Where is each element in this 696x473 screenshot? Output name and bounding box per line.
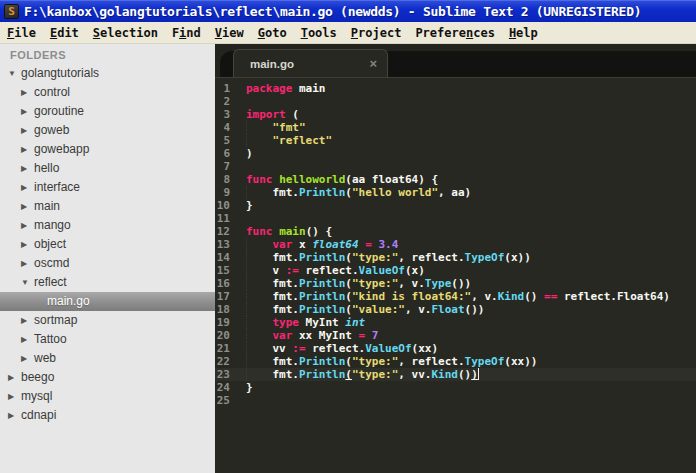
menu-item-preferences[interactable]: Preferences [408,22,502,44]
code-token: float64 [312,238,358,251]
code-line-18[interactable]: 18 fmt.Println("value:", v.Float()) [215,303,696,316]
folder-item-interface[interactable]: ▶interface [0,178,215,197]
code-line-16[interactable]: 16 fmt.Println("type:", v.Type()) [215,277,696,290]
folder-item-main[interactable]: ▶main [0,197,215,216]
code-text: ) [246,147,253,160]
code-text: fmt.Println("type:", reflect.TypeOf(xx)) [246,355,537,368]
folder-item-control[interactable]: ▶control [0,83,215,102]
chevron-right-icon[interactable]: ▶ [21,235,34,254]
menu-item-edit[interactable]: Edit [43,22,86,44]
folder-item-oscmd[interactable]: ▶oscmd [0,254,215,273]
menu-item-view[interactable]: View [208,22,251,44]
chevron-right-icon[interactable]: ▶ [8,368,21,387]
tab-main-go[interactable]: main.go × [233,49,388,77]
code-line-23[interactable]: 23 fmt.Println("type:", vv.Kind()) [215,368,696,381]
code-line-20[interactable]: 20 var xx MyInt = 7 [215,329,696,342]
menu-item-project[interactable]: Project [344,22,409,44]
code-line-3[interactable]: 3import ( [215,108,696,121]
folder-item-cdnapi[interactable]: ▶cdnapi [0,406,215,425]
folder-item-object[interactable]: ▶object [0,235,215,254]
menu-item-help[interactable]: Help [502,22,545,44]
code-token: Println [299,186,345,199]
chevron-right-icon[interactable]: ▶ [8,406,21,425]
folder-item-beego[interactable]: ▶beego [0,368,215,387]
code-text: import ( [246,108,299,121]
tree-label: mysql [21,387,52,406]
tab-close-icon[interactable]: × [369,50,377,78]
code-token [365,329,372,342]
sidebar: FOLDERS ▼golangtutorials▶control▶gorouti… [0,44,215,473]
chevron-right-icon[interactable]: ▶ [21,311,34,330]
code-line-24[interactable]: 24} [215,381,696,394]
code-token: , v. [405,303,432,316]
chevron-right-icon[interactable]: ▶ [21,121,34,140]
code-line-12[interactable]: 12func main() { [215,225,696,238]
code-token: xx MyInt [292,329,358,342]
chevron-right-icon[interactable]: ▶ [21,197,34,216]
code-area[interactable]: 1package main23import (4 "fmt"5 "reflect… [215,77,696,473]
folder-item-sortmap[interactable]: ▶sortmap [0,311,215,330]
code-line-2[interactable]: 2 [215,95,696,108]
code-token: 7 [372,329,379,342]
menu-item-find[interactable]: Find [165,22,208,44]
chevron-down-icon[interactable]: ▼ [8,64,21,83]
folder-item-gowebapp[interactable]: ▶gowebapp [0,140,215,159]
code-line-8[interactable]: 8func helloworld(aa float64) { [215,173,696,186]
code-line-19[interactable]: 19 type MyInt int [215,316,696,329]
code-line-11[interactable]: 11 [215,212,696,225]
folder-item-mysql[interactable]: ▶mysql [0,387,215,406]
code-line-7[interactable]: 7 [215,160,696,173]
chevron-right-icon[interactable]: ▶ [21,216,34,235]
menu-item-tools[interactable]: Tools [294,22,344,44]
folder-item-reflect[interactable]: ▼reflect [0,273,215,292]
code-line-5[interactable]: 5 "reflect" [215,134,696,147]
line-number: 5 [215,134,246,147]
indent-guide [246,121,247,134]
code-line-14[interactable]: 14 fmt.Println("type:", reflect.TypeOf(x… [215,251,696,264]
code-line-22[interactable]: 22 fmt.Println("type:", reflect.TypeOf(x… [215,355,696,368]
code-token: ( [345,290,352,303]
code-line-21[interactable]: 21 vv := reflect.ValueOf(xx) [215,342,696,355]
chevron-right-icon[interactable]: ▶ [21,102,34,121]
code-token: fmt. [246,186,299,199]
code-line-25[interactable]: 25 [215,394,696,407]
chevron-right-icon[interactable]: ▶ [8,387,21,406]
code-text: vv := reflect.ValueOf(xx) [246,342,438,355]
line-number: 24 [215,381,246,394]
line-number: 18 [215,303,246,316]
indent-guide [246,251,247,264]
chevron-down-icon[interactable]: ▼ [21,273,34,292]
code-line-6[interactable]: 6) [215,147,696,160]
folder-item-tattoo[interactable]: ▶Tattoo [0,330,215,349]
code-line-10[interactable]: 10} [215,199,696,212]
menu-item-file[interactable]: File [0,22,43,44]
code-line-1[interactable]: 1package main [215,82,696,95]
code-line-9[interactable]: 9 fmt.Println("hello world", aa) [215,186,696,199]
line-number: 7 [215,160,246,173]
code-token: "type:" [352,368,398,381]
folder-item-goweb[interactable]: ▶goweb [0,121,215,140]
chevron-right-icon[interactable]: ▶ [21,330,34,349]
menu-item-selection[interactable]: Selection [86,22,165,44]
chevron-right-icon[interactable]: ▶ [21,83,34,102]
code-token: reflect. [299,264,359,277]
chevron-right-icon[interactable]: ▶ [21,140,34,159]
file-item-main.go[interactable]: main.go [0,292,215,311]
menu-item-goto[interactable]: Goto [251,22,294,44]
line-number: 3 [215,108,246,121]
chevron-right-icon[interactable]: ▶ [21,159,34,178]
folder-item-goroutine[interactable]: ▶goroutine [0,102,215,121]
code-line-17[interactable]: 17 fmt.Println("kind is float64:", v.Kin… [215,290,696,303]
code-line-15[interactable]: 15 v := reflect.ValueOf(x) [215,264,696,277]
indent-guide [246,264,247,277]
code-token: "fmt" [273,121,306,134]
chevron-right-icon[interactable]: ▶ [21,349,34,368]
folder-item-mango[interactable]: ▶mango [0,216,215,235]
folder-item-hello[interactable]: ▶hello [0,159,215,178]
code-line-4[interactable]: 4 "fmt" [215,121,696,134]
folder-item-golangtutorials[interactable]: ▼golangtutorials [0,64,215,83]
code-line-13[interactable]: 13 var x float64 = 3.4 [215,238,696,251]
chevron-right-icon[interactable]: ▶ [21,178,34,197]
folder-item-web[interactable]: ▶web [0,349,215,368]
chevron-right-icon[interactable]: ▶ [21,254,34,273]
